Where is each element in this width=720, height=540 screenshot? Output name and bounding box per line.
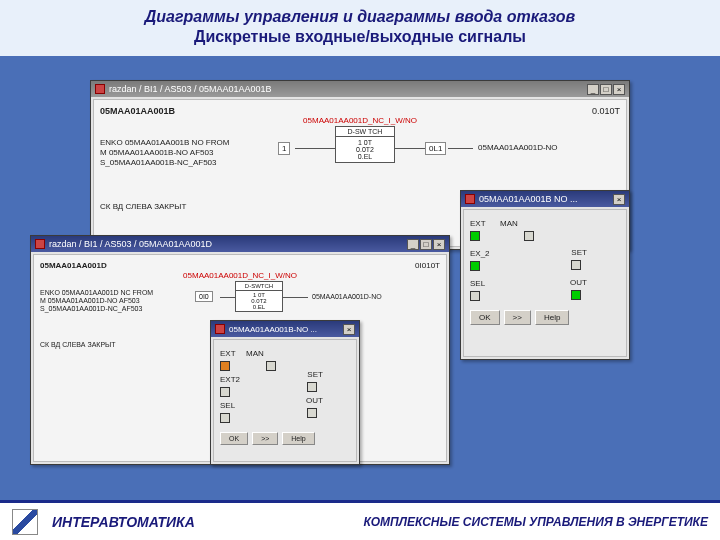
window-controls-b: _ □ ×: [407, 239, 445, 250]
in2-a: M 05MAA01AA001B-NO AF503: [100, 148, 270, 158]
brand-name: ИНТЕРАВТОМАТИКА: [52, 514, 195, 530]
lbl-man: MAN: [246, 349, 264, 358]
signal-name-a: 05MAA01AA001B: [100, 106, 175, 116]
lbl-ext: EXT: [220, 349, 246, 358]
close-button[interactable]: ×: [613, 84, 625, 95]
help-button[interactable]: Help: [535, 310, 569, 325]
app-icon: [215, 324, 225, 334]
out-value-a: 0L1: [425, 142, 446, 155]
in3-a: S_05MAA01AA001B-NC_AF503: [100, 158, 270, 168]
status-a: 0.010T: [592, 106, 620, 116]
lbl-ext: EXT: [470, 219, 500, 228]
in1-b: ENKO 05MAA01AA001D NC FROM: [40, 289, 190, 297]
led-ext2[interactable]: [220, 387, 230, 397]
out-label-a: 05MAA01AA001D-NO: [478, 143, 558, 152]
led-man[interactable]: [524, 231, 534, 241]
company-logo-icon: [12, 509, 38, 535]
panel-b-title: 05MAA01AA001B-NO ...: [229, 325, 339, 334]
lbl-ext2: EX_2: [470, 249, 490, 258]
app-icon: [35, 239, 45, 249]
signal-subtitle-b: 05MAA01AA001D_NC_I_W/NO: [40, 271, 440, 281]
led-ext[interactable]: [470, 231, 480, 241]
in-value-a: 1: [278, 142, 290, 155]
led-sel[interactable]: [470, 291, 480, 301]
next-button[interactable]: >>: [252, 432, 278, 445]
panel-b-buttons: OK >> Help: [220, 432, 350, 445]
lbl-out: OUT: [570, 278, 587, 287]
title-line-2: Дискретные входные/выходные сигналы: [12, 28, 708, 46]
port1-a: 1 0T: [338, 139, 392, 146]
in3-b: S_05MAA01AA001D-NC_AF503: [40, 305, 190, 313]
app-icon: [465, 194, 475, 204]
led-out[interactable]: [571, 290, 581, 300]
control-panel-b[interactable]: 05MAA01AA001B-NO ... × EXTMAN EXT2 SEL S…: [210, 320, 360, 465]
lbl-sel: SEL: [470, 279, 485, 288]
panel-a-body: EXTMAN EX_2 SEL SET OUT OK: [463, 209, 627, 357]
in1-a: ENKO 05MAA01AA001B NO FROM: [100, 138, 270, 148]
signal-name-b: 05MAA01AA001D: [40, 261, 107, 271]
tagline: КОМПЛЕКСНЫЕ СИСТЕМЫ УПРАВЛЕНИЯ В ЭНЕРГЕТ…: [364, 515, 708, 529]
out-label-b: 05MAA01AA001D-NO: [312, 293, 382, 300]
lbl-out: OUT: [306, 396, 323, 405]
close-button[interactable]: ×: [613, 194, 625, 205]
title-line-1: Диаграммы управления и диаграммы ввода о…: [12, 8, 708, 26]
led-set[interactable]: [571, 260, 581, 270]
ok-button[interactable]: OK: [220, 432, 248, 445]
port3-b: 0.EL: [237, 304, 281, 310]
block-label-b: D-SWTCH: [236, 282, 282, 291]
footer: ИНТЕРАВТОМАТИКА КОМПЛЕКСНЫЕ СИСТЕМЫ УПРА…: [0, 500, 720, 540]
titlebar-a[interactable]: razdan / BI1 / AS503 / 05MAA01AA001B _ □…: [91, 81, 629, 97]
led-man[interactable]: [266, 361, 276, 371]
in2-b: M 05MAA01AA001D-NO AF503: [40, 297, 190, 305]
led-out[interactable]: [307, 408, 317, 418]
slide: Диаграммы управления и диаграммы ввода о…: [0, 0, 720, 540]
maximize-button[interactable]: □: [600, 84, 612, 95]
close-button[interactable]: ×: [343, 324, 355, 335]
minimize-button[interactable]: _: [587, 84, 599, 95]
status-b: 0I010T: [415, 261, 440, 271]
next-button[interactable]: >>: [504, 310, 531, 325]
lbl-sel: SEL: [220, 401, 235, 410]
port2-a: 0.0T2: [338, 146, 392, 153]
panel-b-titlebar[interactable]: 05MAA01AA001B-NO ... ×: [211, 321, 359, 337]
block-label-a: D-SW TCH: [336, 127, 394, 137]
signal-subtitle-a: 05MAA01AA001D_NC_I_W/NO: [100, 116, 620, 126]
panel-a-title: 05MAA01AA001B NO ...: [479, 194, 609, 204]
led-ext2[interactable]: [470, 261, 480, 271]
panel-b-body: EXTMAN EXT2 SEL SET OUT OK: [213, 339, 357, 462]
ok-button[interactable]: OK: [470, 310, 500, 325]
led-ext[interactable]: [220, 361, 230, 371]
lbl-man: MAN: [500, 219, 518, 228]
help-button[interactable]: Help: [282, 432, 314, 445]
minimize-button[interactable]: _: [407, 239, 419, 250]
window-controls-a: _ □ ×: [587, 84, 625, 95]
canvas: razdan / BI1 / AS503 / 05MAA01AA001B _ □…: [30, 70, 690, 480]
in-value-b: 0I0: [195, 291, 213, 302]
lbl-set: SET: [307, 370, 323, 379]
close-button[interactable]: ×: [433, 239, 445, 250]
control-panel-a[interactable]: 05MAA01AA001B NO ... × EXTMAN EX_2 SEL S…: [460, 190, 630, 360]
lbl-ext2: EXT2: [220, 375, 240, 384]
panel-a-titlebar[interactable]: 05MAA01AA001B NO ... ×: [461, 191, 629, 207]
maximize-button[interactable]: □: [420, 239, 432, 250]
lbl-set: SET: [571, 248, 587, 257]
app-icon: [95, 84, 105, 94]
led-sel[interactable]: [220, 413, 230, 423]
slide-header: Диаграммы управления и диаграммы ввода о…: [0, 0, 720, 56]
port3-a: 0.EL: [338, 153, 392, 160]
window-title-b: razdan / BI1 / AS503 / 05MAA01AA001D: [49, 239, 403, 249]
led-set[interactable]: [307, 382, 317, 392]
panel-a-buttons: OK >> Help: [470, 310, 620, 325]
titlebar-b[interactable]: razdan / BI1 / AS503 / 05MAA01AA001D _ □…: [31, 236, 449, 252]
window-title-a: razdan / BI1 / AS503 / 05MAA01AA001B: [109, 84, 583, 94]
